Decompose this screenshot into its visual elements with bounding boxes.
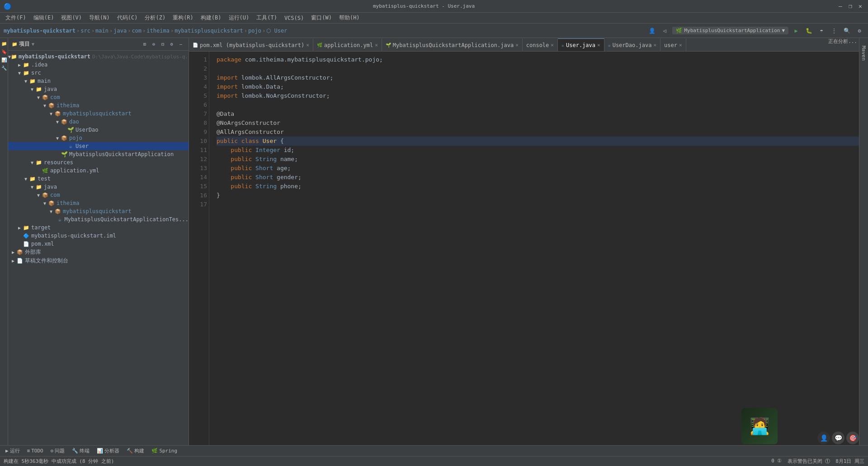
tree-item-iml[interactable]: 🔷 mybatisplus-quickstart.iml	[8, 232, 189, 240]
menu-item-n[interactable]: 导航(N)	[85, 13, 113, 23]
tree-item-itheima[interactable]: ▼ 📦 itheima	[8, 101, 189, 109]
tab-close-appyml[interactable]: ✕	[375, 42, 378, 48]
breadcrumb-item[interactable]: src	[80, 28, 90, 34]
profile-button[interactable]: 👤	[647, 26, 657, 36]
menu-item-u[interactable]: 运行(U)	[225, 13, 253, 23]
tab-close-console[interactable]: ✕	[551, 42, 554, 48]
breadcrumb-item[interactable]: mybatisplusquickstart	[175, 28, 243, 34]
tree-item-pojo[interactable]: ▼ 📦 pojo	[8, 134, 189, 142]
run-config-selector[interactable]: 🌿 MybatisplusQuickstartApplication ▼	[672, 27, 788, 34]
br-icon-1[interactable]: 👤	[817, 432, 830, 444]
tab-console[interactable]: console ✕	[523, 38, 558, 51]
tree-item-userdao[interactable]: 🌱 UserDao	[8, 126, 189, 134]
coverage-button[interactable]: ☂	[816, 26, 826, 36]
tab-close-user[interactable]: ✕	[597, 42, 600, 48]
tab-problems[interactable]: ⊙ 问题	[49, 447, 67, 455]
breadcrumb-item[interactable]: mybatisplus-quickstart	[4, 28, 75, 34]
tree-item-mypkg[interactable]: ▼ 📦 mybatisplusquickstart	[8, 109, 189, 118]
tree-item-appyml[interactable]: 🌿 application.yml	[8, 166, 189, 175]
breadcrumb-item[interactable]: java	[113, 28, 127, 34]
tab-appyml[interactable]: 🌿 application.yml ✕	[313, 38, 382, 51]
tree-item-idea[interactable]: ▶ 📁 .idea	[8, 61, 189, 69]
sort-button[interactable]: ⊟	[159, 40, 167, 48]
tree-item-extlib[interactable]: ▶ 📦 外部库	[8, 248, 189, 257]
maximize-button[interactable]: ❐	[846, 2, 854, 10]
menu-item-e[interactable]: 编辑(E)	[30, 13, 58, 23]
tree-item-java[interactable]: ▼ 📁 java	[8, 85, 189, 93]
tree-settings-button[interactable]: ⚙	[168, 40, 176, 48]
tree-item-resources[interactable]: ▼ 📁 resources	[8, 158, 189, 166]
tab-userdb[interactable]: user ✕	[660, 38, 686, 51]
tab-close-userdb[interactable]: ✕	[679, 42, 682, 48]
search-everywhere-button[interactable]: 🔍	[842, 26, 852, 36]
more-run-button[interactable]: ⋮	[829, 26, 839, 36]
br-icon-2[interactable]: 💬	[832, 432, 844, 444]
menu-item-r[interactable]: 重构(R)	[169, 13, 197, 23]
tree-item-pomxml[interactable]: 📄 pom.xml	[8, 240, 189, 248]
breadcrumb-item[interactable]: itheima	[146, 28, 170, 34]
tree-item-app[interactable]: 🌱 MybatisplusQuickstartApplication	[8, 150, 189, 158]
tree-item-dao[interactable]: ▼ 📦 dao	[8, 118, 189, 126]
tree-item-testapp[interactable]: ☕ MybatisplusQuickstartApplicationTes...	[8, 215, 189, 223]
menu-item-vcss[interactable]: VCS(S)	[281, 14, 307, 22]
tab-profiler[interactable]: 📊 分析器	[95, 447, 121, 455]
menu-item-v[interactable]: 视图(V)	[57, 13, 85, 23]
tab-close-pom[interactable]: ✕	[306, 42, 309, 48]
tab-close-mainapp[interactable]: ✕	[515, 42, 519, 48]
menu-item-c[interactable]: 代码(C)	[113, 13, 142, 23]
tab-build[interactable]: 🔨 构建	[125, 447, 146, 455]
code-editor[interactable]: package com.itheima.mybatisplusquickstar…	[209, 52, 859, 445]
menu-bar: 文件(F)编辑(E)视图(V)导航(N)代码(C)分析(Z)重构(R)构建(B)…	[0, 13, 868, 24]
menu-item-w[interactable]: 窗口(W)	[307, 13, 335, 23]
left-icon-1[interactable]: 📁	[0, 40, 8, 47]
folder-icon-root: 📁	[11, 53, 17, 60]
menu-item-h[interactable]: 帮助(H)	[335, 13, 363, 23]
tree-item-main[interactable]: ▼ 📁 main	[8, 77, 189, 85]
minimize-button[interactable]: —	[836, 2, 844, 10]
br-icon-3[interactable]: 🎯	[846, 432, 859, 444]
breadcrumb-item[interactable]: com	[132, 28, 142, 34]
tree-item-testitheima[interactable]: ▼ 📦 itheima	[8, 199, 189, 207]
profiler-label: 分析器	[104, 447, 119, 454]
back-button[interactable]: ◁	[660, 26, 670, 36]
run-button[interactable]: ▶	[791, 26, 801, 36]
tab-mainapp[interactable]: 🌱 MybatisplusQuickstartApplication.java …	[382, 38, 523, 51]
tree-item-testpkg[interactable]: ▼ 📦 mybatisplusquickstart	[8, 207, 189, 215]
debug-button[interactable]: 🐛	[804, 26, 814, 36]
settings-button[interactable]: ⚙	[854, 26, 864, 36]
menu-item-z[interactable]: 分析(Z)	[141, 13, 169, 23]
scroll-to-button[interactable]: ⊜	[150, 40, 158, 48]
tree-item-user[interactable]: ☕ User	[8, 142, 189, 150]
tab-close-userdao[interactable]: ✕	[653, 42, 656, 48]
tree-item-testjava[interactable]: ▼ 📁 java	[8, 183, 189, 191]
breadcrumb-item[interactable]: pojo	[248, 28, 261, 34]
breadcrumb-item[interactable]: main	[95, 28, 108, 34]
tab-run[interactable]: ▶ 运行	[4, 447, 22, 455]
tree-item-root[interactable]: ▼ 📁 mybatisplus-quickstart D:\Java\Java-…	[8, 52, 189, 61]
tab-todo[interactable]: ≡ TODO	[25, 447, 45, 455]
tree-item-drafts[interactable]: ▶ 📄 草稿文件和控制台	[8, 257, 189, 265]
tree-item-testcom[interactable]: ▼ 📦 com	[8, 191, 189, 199]
tab-userdao[interactable]: ☕ UserDao.java ✕	[604, 38, 660, 51]
left-icon-3[interactable]: 📊	[0, 56, 8, 63]
tree-item-test[interactable]: ▼ 📁 test	[8, 175, 189, 183]
tree-item-target[interactable]: ▶ 📁 target	[8, 223, 189, 232]
tab-user[interactable]: ☕ User.java ✕	[558, 38, 604, 51]
menu-item-b[interactable]: 构建(B)	[197, 13, 225, 23]
minimize-panel-button[interactable]: —	[177, 40, 185, 48]
annotation-noargs: @NoArgsConstructor	[217, 119, 280, 128]
breadcrumb-item-current[interactable]: ⬡ User	[266, 28, 287, 34]
tree-item-src[interactable]: ▼ 📁 src	[8, 69, 189, 77]
tab-terminal[interactable]: 🔧 终端	[70, 447, 91, 455]
menu-item-f[interactable]: 文件(F)	[2, 13, 30, 23]
left-icon-4[interactable]: 🔧	[0, 64, 8, 71]
code-line-13: public Short age;	[217, 164, 859, 173]
tree-item-com[interactable]: ▼ 📦 com	[8, 93, 189, 101]
tab-spring[interactable]: 🌿 Spring	[150, 447, 179, 455]
menu-item-t[interactable]: 工具(T)	[253, 13, 281, 23]
maven-icon[interactable]: Maven	[860, 40, 868, 67]
tab-pom[interactable]: 📄 pom.xml (mybatisplus-quickstart) ✕	[189, 38, 313, 51]
close-button[interactable]: ✕	[856, 2, 864, 10]
collapse-all-button[interactable]: ⊞	[141, 40, 149, 48]
left-icon-2[interactable]: 🔖	[0, 48, 8, 55]
